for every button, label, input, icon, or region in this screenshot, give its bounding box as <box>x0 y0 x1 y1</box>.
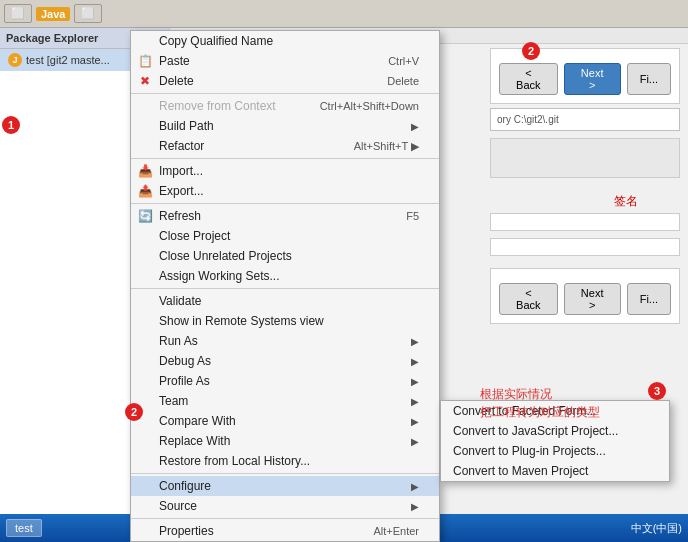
taskbar-item-test[interactable]: test <box>6 519 42 537</box>
badge-3: 3 <box>648 382 666 400</box>
dialog-btn-row-1: < Back Next > Fi... <box>499 63 671 95</box>
arrow-icon-run-as: ▶ <box>411 336 419 347</box>
git-path-display: ory C:\git2\.git <box>490 108 680 131</box>
menu-copy-qualified-name[interactable]: Copy Qualified Name <box>131 31 439 51</box>
badge-2: 2 <box>522 42 540 60</box>
export-icon: 📤 <box>137 183 153 199</box>
menu-validate[interactable]: Validate <box>131 291 439 311</box>
context-menu: Copy Qualified Name 📋 Paste Ctrl+V ✖ Del… <box>130 30 440 542</box>
menu-restore-local[interactable]: Restore from Local History... <box>131 451 439 471</box>
back-button-2[interactable]: < Back <box>499 283 558 315</box>
taskbar-language: 中文(中国) <box>631 521 682 536</box>
separator-3 <box>131 203 439 204</box>
input-field-2[interactable] <box>490 238 680 256</box>
menu-refactor[interactable]: Refactor Alt+Shift+T ▶ <box>131 136 439 156</box>
menu-profile-as[interactable]: Profile As ▶ <box>131 371 439 391</box>
menu-source[interactable]: Source ▶ <box>131 496 439 516</box>
finish-button-1[interactable]: Fi... <box>627 63 671 95</box>
separator-4 <box>131 288 439 289</box>
menu-properties[interactable]: Properties Alt+Enter <box>131 521 439 541</box>
menu-delete[interactable]: ✖ Delete Delete <box>131 71 439 91</box>
annotation-text: 根据实际情况 把工程转为对应的类型 <box>480 385 600 421</box>
next-button-2[interactable]: Next > <box>564 283 621 315</box>
import-icon: 📥 <box>137 163 153 179</box>
menu-replace-with[interactable]: Replace With ▶ <box>131 431 439 451</box>
arrow-icon-source: ▶ <box>411 501 419 512</box>
separator-1 <box>131 93 439 94</box>
delete-icon: ✖ <box>137 73 153 89</box>
arrow-icon-compare: ▶ <box>411 416 419 427</box>
submenu-convert-plugin[interactable]: Convert to Plug-in Projects... <box>441 441 669 461</box>
arrow-icon-debug-as: ▶ <box>411 356 419 367</box>
arrow-icon-replace: ▶ <box>411 436 419 447</box>
menu-remove-context[interactable]: Remove from Context Ctrl+Alt+Shift+Down <box>131 96 439 116</box>
refresh-icon: 🔄 <box>137 208 153 224</box>
separator-6 <box>131 518 439 519</box>
badge-1: 1 <box>2 116 20 134</box>
arrow-icon-configure: ▶ <box>411 481 419 492</box>
input-field-1[interactable] <box>490 213 680 231</box>
menu-build-path[interactable]: Build Path ▶ <box>131 116 439 136</box>
submenu-convert-maven[interactable]: Convert to Maven Project <box>441 461 669 481</box>
menu-refresh[interactable]: 🔄 Refresh F5 <box>131 206 439 226</box>
toolbar-button-1[interactable]: ⬜ <box>4 4 32 23</box>
back-button-1[interactable]: < Back <box>499 63 558 95</box>
arrow-icon-profile-as: ▶ <box>411 376 419 387</box>
menu-show-remote[interactable]: Show in Remote Systems view <box>131 311 439 331</box>
project-icon: J <box>8 53 22 67</box>
dialog-section-2: < Back Next > Fi... <box>490 268 680 324</box>
next-button-1[interactable]: Next > <box>564 63 621 95</box>
menu-debug-as[interactable]: Debug As ▶ <box>131 351 439 371</box>
dialog-section-1: < Back Next > Fi... <box>490 48 680 104</box>
menu-compare-with[interactable]: Compare With ▶ <box>131 411 439 431</box>
toolbar: ⬜ Java ⬜ <box>0 0 688 28</box>
java-badge: Java <box>36 7 70 21</box>
arrow-icon-build-path: ▶ <box>411 121 419 132</box>
toolbar-button-2[interactable]: ⬜ <box>74 4 102 23</box>
package-explorer-title: Package Explorer <box>6 32 98 44</box>
finish-button-2[interactable]: Fi... <box>627 283 671 315</box>
separator-2 <box>131 158 439 159</box>
menu-close-project[interactable]: Close Project <box>131 226 439 246</box>
git-history-area <box>490 138 680 178</box>
separator-5 <box>131 473 439 474</box>
menu-run-as[interactable]: Run As ▶ <box>131 331 439 351</box>
arrow-icon-team: ▶ <box>411 396 419 407</box>
menu-team[interactable]: Team ▶ <box>131 391 439 411</box>
paste-icon: 📋 <box>137 53 153 69</box>
menu-paste[interactable]: 📋 Paste Ctrl+V <box>131 51 439 71</box>
red-label: 签名 <box>614 193 638 210</box>
menu-import[interactable]: 📥 Import... <box>131 161 439 181</box>
menu-configure[interactable]: Configure ▶ <box>131 476 439 496</box>
menu-close-unrelated[interactable]: Close Unrelated Projects <box>131 246 439 266</box>
menu-export[interactable]: 📤 Export... <box>131 181 439 201</box>
submenu-convert-javascript[interactable]: Convert to JavaScript Project... <box>441 421 669 441</box>
dialog-btn-row-2: < Back Next > Fi... <box>499 283 671 315</box>
menu-assign-working-sets[interactable]: Assign Working Sets... <box>131 266 439 286</box>
badge-configure: 2 <box>125 403 143 421</box>
project-name: test [git2 maste... <box>26 54 110 66</box>
